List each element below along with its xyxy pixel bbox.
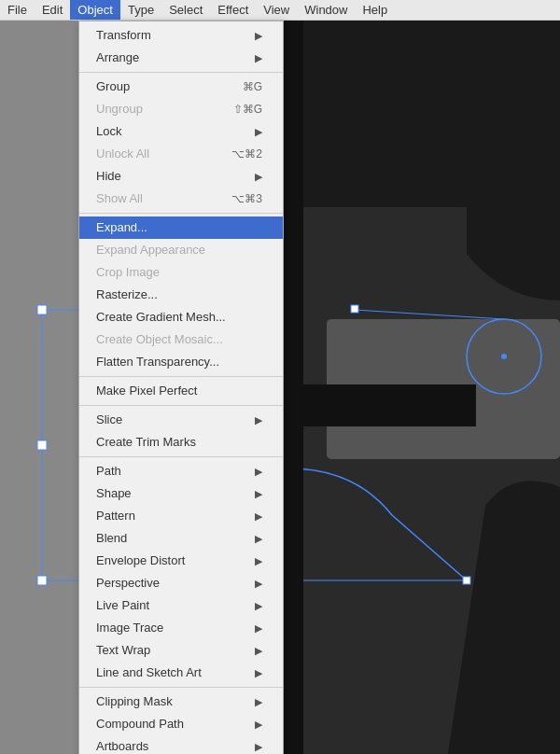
menu-file[interactable]: File (0, 0, 35, 20)
menu-item-ungroup[interactable]: Ungroup ⇧⌘G (79, 98, 283, 120)
separator-5 (79, 456, 283, 457)
menu-item-rasterize[interactable]: Rasterize... (79, 284, 283, 306)
arrow-icon: ▶ (255, 716, 262, 733)
menu-item-transform[interactable]: Transform ▶ (79, 24, 283, 47)
menu-view[interactable]: View (256, 0, 297, 20)
menu-item-create-trim-marks[interactable]: Create Trim Marks (79, 431, 283, 454)
arrow-icon: ▶ (255, 123, 262, 140)
menubar: File Edit Object Type Select Effect View… (0, 0, 560, 21)
arrow-icon: ▶ (255, 575, 262, 592)
arrow-icon: ▶ (255, 168, 262, 185)
menu-item-show-all[interactable]: Show All ⌥⌘3 (79, 188, 283, 210)
menu-item-shape[interactable]: Shape ▶ (79, 482, 283, 505)
svg-rect-9 (37, 576, 47, 585)
arrow-icon: ▶ (255, 412, 262, 428)
arrow-icon: ▶ (255, 664, 262, 681)
arrow-icon: ▶ (255, 530, 262, 547)
menu-item-arrange[interactable]: Arrange ▶ (79, 47, 283, 69)
arrow-icon: ▶ (255, 693, 262, 710)
menu-effect[interactable]: Effect (210, 0, 256, 20)
arrow-icon: ▶ (255, 552, 262, 569)
svg-rect-7 (37, 305, 47, 314)
menu-item-text-wrap[interactable]: Text Wrap ▶ (79, 639, 283, 662)
menu-type[interactable]: Type (120, 0, 161, 20)
menu-item-group[interactable]: Group ⌘G (79, 76, 283, 98)
svg-point-11 (501, 354, 507, 359)
separator-6 (79, 687, 283, 688)
separator-2 (79, 213, 283, 214)
menu-item-slice[interactable]: Slice ▶ (79, 409, 283, 431)
object-menu: Transform ▶ Arrange ▶ Group ⌘G Ungroup ⇧… (78, 21, 284, 754)
menu-item-crop-image[interactable]: Crop Image (79, 261, 283, 284)
menu-window[interactable]: Window (297, 0, 355, 20)
menu-item-image-trace[interactable]: Image Trace ▶ (79, 617, 283, 639)
menu-edit[interactable]: Edit (35, 0, 70, 20)
menu-item-live-paint[interactable]: Live Paint ▶ (79, 594, 283, 617)
menu-item-make-pixel-perfect[interactable]: Make Pixel Perfect (79, 380, 283, 402)
arrow-icon: ▶ (255, 463, 262, 480)
arrow-icon: ▶ (255, 49, 262, 66)
menu-item-expand[interactable]: Expand... (79, 216, 283, 239)
arrow-icon: ▶ (255, 27, 262, 44)
arrow-icon: ▶ (255, 642, 262, 659)
arrow-icon: ▶ (255, 620, 262, 636)
menu-item-path[interactable]: Path ▶ (79, 460, 283, 482)
arrow-icon: ▶ (255, 508, 262, 524)
menu-object[interactable]: Object (70, 0, 120, 20)
svg-rect-13 (351, 305, 358, 313)
menu-item-artboards[interactable]: Artboards ▶ (79, 735, 283, 754)
arrow-icon: ▶ (255, 597, 262, 614)
svg-rect-8 (37, 440, 47, 450)
menu-item-lock[interactable]: Lock ▶ (79, 120, 283, 143)
menu-item-clipping-mask[interactable]: Clipping Mask ▶ (79, 691, 283, 713)
separator-4 (79, 405, 283, 406)
svg-rect-17 (271, 384, 476, 426)
separator-1 (79, 72, 283, 73)
menu-item-pattern[interactable]: Pattern ▶ (79, 505, 283, 527)
menu-item-unlock-all[interactable]: Unlock All ⌥⌘2 (79, 143, 283, 165)
menu-item-envelope-distort[interactable]: Envelope Distort ▶ (79, 550, 283, 572)
menu-select[interactable]: Select (161, 0, 210, 20)
menu-item-blend[interactable]: Blend ▶ (79, 527, 283, 550)
menu-item-expand-appearance[interactable]: Expand Appearance (79, 239, 283, 261)
arrow-icon: ▶ (255, 738, 262, 754)
menu-item-create-gradient-mesh[interactable]: Create Gradient Mesh... (79, 306, 283, 328)
menu-item-perspective[interactable]: Perspective ▶ (79, 572, 283, 594)
arrow-icon: ▶ (255, 485, 262, 502)
menu-item-line-and-sketch-art[interactable]: Line and Sketch Art ▶ (79, 662, 283, 684)
menu-item-hide[interactable]: Hide ▶ (79, 165, 283, 188)
menu-help[interactable]: Help (355, 0, 395, 20)
separator-3 (79, 376, 283, 377)
svg-rect-15 (463, 577, 470, 584)
menu-item-flatten-transparency[interactable]: Flatten Transparency... (79, 351, 283, 373)
menu-item-create-object-mosaic[interactable]: Create Object Mosaic... (79, 328, 283, 351)
menu-item-compound-path[interactable]: Compound Path ▶ (79, 713, 283, 735)
